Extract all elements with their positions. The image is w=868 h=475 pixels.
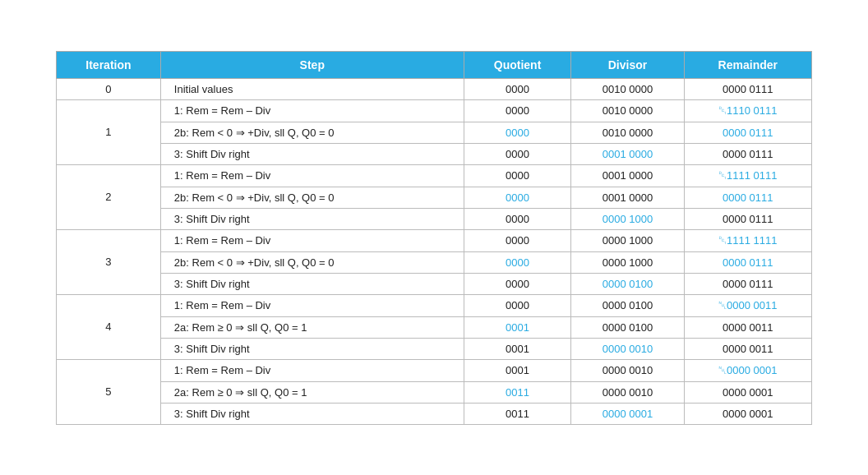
divisor-cell: 0000 0001 [571, 403, 684, 424]
remainder-cell: 0000 0111 [684, 187, 811, 208]
quotient-cell: 0001 [464, 316, 571, 338]
divisor-cell: 0000 0100 [571, 294, 684, 316]
divisor-cell: 0001 0000 [571, 187, 684, 208]
step-cell: 3: Shift Div right [160, 403, 464, 424]
table-row: 3: Shift Div right00000001 00000000 0111 [57, 143, 812, 164]
divisor-cell: 0000 0100 [571, 316, 684, 338]
divisor-cell: 0010 0000 [571, 78, 684, 99]
step-cell: 1: Rem = Rem – Div [160, 229, 464, 251]
step-cell: 2b: Rem < 0 ⇒ +Div, sll Q, Q0 = 0 [160, 122, 464, 143]
iteration-cell: 0 [57, 78, 161, 99]
remainder-cell: 0000 0111 [684, 143, 811, 164]
remainder-cell: 0000 0111 [684, 273, 811, 294]
step-cell: 3: Shift Div right [160, 338, 464, 359]
divisor-cell: 0000 0010 [571, 359, 684, 381]
remainder-cell: 0000 0011 [684, 338, 811, 359]
table-row: 21: Rem = Rem – Div00000001 0000␑1111 01… [57, 164, 812, 187]
table-row: 0Initial values00000010 00000000 0111 [57, 78, 812, 99]
quotient-cell: 0000 [464, 78, 571, 99]
iteration-cell: 2 [57, 164, 161, 229]
step-cell: 1: Rem = Rem – Div [160, 99, 464, 122]
table-row: 2b: Rem < 0 ⇒ +Div, sll Q, Q0 = 00000000… [57, 251, 812, 273]
remainder-cell: 0000 0001 [684, 403, 811, 424]
table-row: 3: Shift Div right00000000 01000000 0111 [57, 273, 812, 294]
remainder-cell: 0000 0011 [684, 316, 811, 338]
quotient-cell: 0000 [464, 294, 571, 316]
divisor-cell: 0000 0010 [571, 381, 684, 403]
iteration-cell: 3 [57, 229, 161, 294]
divisor-cell: 0010 0000 [571, 122, 684, 143]
quotient-cell: 0000 [464, 99, 571, 122]
divisor-cell: 0000 1000 [571, 208, 684, 229]
iteration-cell: 1 [57, 99, 161, 164]
divisor-cell: 0000 1000 [571, 251, 684, 273]
quotient-cell: 0000 [464, 187, 571, 208]
divisor-cell: 0000 1000 [571, 229, 684, 251]
step-cell: Initial values [160, 78, 464, 99]
table-row: 51: Rem = Rem – Div00010000 0010␀0000 00… [57, 359, 812, 381]
remainder-cell: ␑1111 1111 [684, 229, 811, 251]
remainder-cell: 0000 0111 [684, 251, 811, 273]
division-table: Iteration Step Quotient Divisor Remainde… [56, 51, 812, 425]
step-cell: 1: Rem = Rem – Div [160, 359, 464, 381]
quotient-cell: 0000 [464, 164, 571, 187]
header-remainder: Remainder [684, 51, 811, 78]
quotient-cell: 0000 [464, 208, 571, 229]
quotient-cell: 0000 [464, 251, 571, 273]
divisor-cell: 0010 0000 [571, 99, 684, 122]
quotient-cell: 0000 [464, 122, 571, 143]
iteration-cell: 5 [57, 359, 161, 424]
step-cell: 3: Shift Div right [160, 208, 464, 229]
divisor-cell: 0000 0010 [571, 338, 684, 359]
quotient-cell: 0000 [464, 273, 571, 294]
remainder-cell: 0000 0111 [684, 208, 811, 229]
step-cell: 3: Shift Div right [160, 143, 464, 164]
table-row: 31: Rem = Rem – Div00000000 1000␑1111 11… [57, 229, 812, 251]
divisor-cell: 0001 0000 [571, 143, 684, 164]
remainder-cell: 0000 0001 [684, 381, 811, 403]
divisor-cell: 0000 0100 [571, 273, 684, 294]
step-cell: 2a: Rem ≥ 0 ⇒ sll Q, Q0 = 1 [160, 316, 464, 338]
step-cell: 2b: Rem < 0 ⇒ +Div, sll Q, Q0 = 0 [160, 251, 464, 273]
table-row: 11: Rem = Rem – Div00000010 0000␑1110 01… [57, 99, 812, 122]
remainder-cell: ␀0000 0001 [684, 359, 811, 381]
table-row: 2a: Rem ≥ 0 ⇒ sll Q, Q0 = 100110000 0010… [57, 381, 812, 403]
remainder-cell: ␀0000 0011 [684, 294, 811, 316]
table-row: 41: Rem = Rem – Div00000000 0100␀0000 00… [57, 294, 812, 316]
quotient-cell: 0001 [464, 338, 571, 359]
remainder-cell: 0000 0111 [684, 122, 811, 143]
step-cell: 2b: Rem < 0 ⇒ +Div, sll Q, Q0 = 0 [160, 187, 464, 208]
iteration-cell: 4 [57, 294, 161, 359]
table-row: 2b: Rem < 0 ⇒ +Div, sll Q, Q0 = 00000000… [57, 187, 812, 208]
divisor-cell: 0001 0000 [571, 164, 684, 187]
table-row: 3: Shift Div right00000000 10000000 0111 [57, 208, 812, 229]
quotient-cell: 0000 [464, 143, 571, 164]
table-row: 2b: Rem < 0 ⇒ +Div, sll Q, Q0 = 00000001… [57, 122, 812, 143]
header-quotient: Quotient [464, 51, 571, 78]
header-divisor: Divisor [571, 51, 684, 78]
step-cell: 3: Shift Div right [160, 273, 464, 294]
header-step: Step [160, 51, 464, 78]
table-row: 3: Shift Div right00010000 00100000 0011 [57, 338, 812, 359]
step-cell: 1: Rem = Rem – Div [160, 164, 464, 187]
step-cell: 1: Rem = Rem – Div [160, 294, 464, 316]
remainder-cell: ␑1111 0111 [684, 164, 811, 187]
remainder-cell: ␑1110 0111 [684, 99, 811, 122]
table-wrapper: Iteration Step Quotient Divisor Remainde… [56, 51, 812, 425]
table-row: 2a: Rem ≥ 0 ⇒ sll Q, Q0 = 100010000 0100… [57, 316, 812, 338]
step-cell: 2a: Rem ≥ 0 ⇒ sll Q, Q0 = 1 [160, 381, 464, 403]
table-row: 3: Shift Div right00110000 00010000 0001 [57, 403, 812, 424]
quotient-cell: 0000 [464, 229, 571, 251]
quotient-cell: 0001 [464, 359, 571, 381]
quotient-cell: 0011 [464, 403, 571, 424]
remainder-cell: 0000 0111 [684, 78, 811, 99]
header-iteration: Iteration [57, 51, 161, 78]
quotient-cell: 0011 [464, 381, 571, 403]
